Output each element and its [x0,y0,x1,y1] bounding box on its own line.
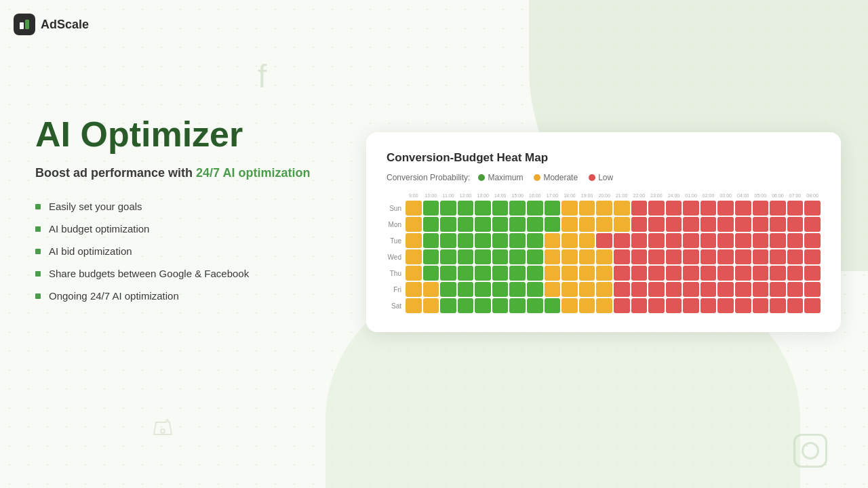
main-title: AI Optimizer [35,115,347,154]
heatmap-row: Sun [387,201,821,216]
heatmap-cell [596,282,612,297]
legend-mod: Moderate [534,173,578,182]
heatmap-cell [770,298,786,313]
time-label: 07:00 [787,193,804,198]
time-label: 24:00 [666,193,682,198]
heatmap-cell [545,217,561,232]
legend-label: Conversion Probability: [387,173,470,182]
heatmap-cell [545,249,561,264]
heatmap-cell [440,282,456,297]
heatmap-row: Thu [387,266,821,281]
time-label: 20:00 [596,193,612,198]
heatmap-cell [804,233,821,248]
heatmap-cell [753,249,769,264]
feature-item-2: AI bid optimization [35,245,347,257]
heatmap-cell [423,266,439,281]
heatmap-cell [614,282,630,297]
heatmap-cell [787,201,804,216]
heatmap-cell [475,233,491,248]
time-label: 05:00 [753,193,769,198]
time-label: 10:00 [423,193,439,198]
heatmap-cell [804,249,821,264]
row-label: Thu [387,270,404,277]
logo-icon [14,14,35,35]
heatmap-cell [666,201,682,216]
heatmap-cell [440,217,456,232]
heatmap-cell [804,298,821,313]
heatmap-cell [666,282,682,297]
heatmap-cell [579,217,595,232]
heatmap-cell [804,217,821,232]
heatmap-cell [614,201,630,216]
heatmap-cell [631,233,648,248]
heatmap-cell [527,217,543,232]
time-label: 11:00 [440,193,456,198]
heatmap-cell [701,282,717,297]
heatmap-cell [579,201,595,216]
heatmap-cell [631,201,648,216]
heatmap-cell [717,217,734,232]
heatmap-cell [666,249,682,264]
time-label: 15:00 [509,193,526,198]
heatmap-cell [683,201,699,216]
heatmap-cell [683,282,699,297]
svg-rect-0 [20,22,24,29]
heatmap-cell [545,282,561,297]
heatmap-cell [804,201,821,216]
svg-rect-1 [25,20,29,29]
heatmap-cell [406,249,422,264]
heatmap-cell [475,201,491,216]
heatmap-cell [561,249,578,264]
heatmap-cell [735,249,751,264]
heatmap-cell [527,298,543,313]
heatmap-cell [475,249,491,264]
heatmap-cell [666,233,682,248]
time-label: 08:00 [804,193,821,198]
heatmap-cell [735,233,751,248]
left-content: AI Optimizer Boost ad performance with 2… [35,115,347,302]
heatmap-cell [648,249,665,264]
heatmap-cell [423,233,439,248]
time-label: 12:00 [458,193,474,198]
heatmap-cell [804,282,821,297]
heatmap-cell [423,249,439,264]
heatmap-cell [770,266,786,281]
legend: Conversion Probability: Maximum Moderate… [387,173,821,182]
heatmap-cell [492,201,509,216]
heatmap-cell [648,266,665,281]
heatmap-cell [509,249,526,264]
heatmap-cell [717,249,734,264]
legend-dot-max [478,174,485,181]
heatmap-cell [458,282,474,297]
heatmap-cell [683,266,699,281]
heatmap-cell [683,298,699,313]
legend-max: Maximum [478,173,523,182]
legend-mod-label: Moderate [543,173,578,182]
camera-icon [793,434,827,468]
time-label: 14:00 [492,193,509,198]
heatmap-cell [545,266,561,281]
feature-bullet [35,293,41,299]
heatmap-cell [509,233,526,248]
heatmap-cell [545,201,561,216]
heatmap-cell [492,282,509,297]
heatmap-cell [596,217,612,232]
heatmap-cell [440,298,456,313]
heatmap-cell [717,266,734,281]
heatmap-cell [787,282,804,297]
row-label: Wed [387,253,404,261]
heatmap-cell [631,249,648,264]
heatmap-cell [735,298,751,313]
heatmap-cell [527,282,543,297]
subtitle-start: Boost ad performance with [35,166,196,180]
heatmap-cell [527,249,543,264]
heatmap-cell [701,201,717,216]
heatmap-title: Conversion-Budget Heat Map [387,151,821,165]
heatmap-cell [648,217,665,232]
heatmap-cell [423,282,439,297]
heatmap-cell [787,233,804,248]
heatmap-cell [423,201,439,216]
heatmap-cell [579,233,595,248]
row-label: Tue [387,237,404,245]
heatmap-cell [406,266,422,281]
